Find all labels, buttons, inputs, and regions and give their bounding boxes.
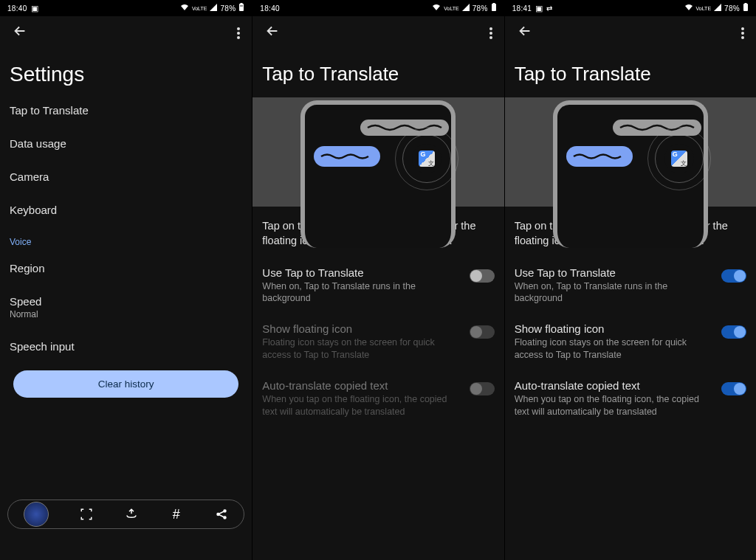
setting-title: Show floating icon (515, 322, 714, 335)
setting-sub: Floating icon stays on the screen for qu… (515, 336, 714, 362)
speed-value: Normal (10, 309, 242, 319)
network-label: VoLTE (696, 6, 712, 11)
toggle-use[interactable] (721, 269, 746, 283)
network-label: VoLTE (192, 6, 207, 11)
google-translate-icon (671, 151, 687, 167)
battery-percent: 78% (472, 4, 488, 13)
svg-rect-9 (743, 4, 748, 11)
battery-percent: 78% (220, 4, 236, 13)
app-bar (0, 16, 252, 49)
setting-sub: When you tap on the floating icon, the c… (262, 393, 461, 418)
status-time: 18:41 (512, 4, 532, 13)
panel-settings: 18:40 ▣ VoLTE 78% Settings Tap to Transl… (0, 0, 252, 560)
battery-icon (491, 3, 497, 13)
hashtag-icon[interactable]: # (169, 507, 184, 522)
status-bar: 18:40 VoLTE 78% (252, 0, 504, 16)
svg-rect-1 (241, 3, 243, 4)
svg-rect-3 (240, 7, 243, 11)
status-bar: 18:40 ▣ VoLTE 78% (0, 0, 252, 16)
more-menu-button[interactable] (741, 27, 744, 39)
signal-icon (462, 4, 470, 13)
translate-status-icon: ⇄ (546, 4, 552, 13)
toggle-show[interactable] (721, 325, 746, 339)
crop-icon[interactable] (79, 507, 94, 522)
signal-icon (210, 4, 217, 13)
status-time: 18:40 (7, 4, 27, 13)
setting-title: Auto-translate copied text (515, 379, 714, 392)
app-bar (252, 16, 504, 49)
status-time: 18:40 (260, 4, 280, 13)
svg-point-5 (224, 510, 226, 512)
section-voice: Voice (0, 227, 252, 252)
hero-illustration (505, 97, 756, 207)
wifi-icon (684, 4, 693, 13)
setting-sub: When you tap on the floating icon, the c… (515, 393, 714, 418)
panel-tap-translate-on: 18:41 ▣ ⇄ VoLTE 78% Tap to Translate (504, 0, 756, 560)
back-button[interactable] (12, 23, 28, 43)
page-title: Tap to Translate (252, 49, 504, 97)
chat-bubble-blue (566, 146, 633, 167)
setting-show-floating-icon: Show floating icon Floating icon stays o… (252, 314, 504, 370)
speed-label: Speed (10, 295, 242, 308)
setting-sub: When on, Tap to Translate runs in the ba… (262, 280, 461, 305)
setting-title: Use Tap to Translate (262, 266, 461, 279)
edit-icon[interactable] (124, 507, 139, 522)
item-region[interactable]: Region (0, 252, 252, 285)
setting-title: Show floating icon (262, 322, 461, 335)
wifi-icon (180, 4, 189, 13)
floating-translate-icon (395, 127, 458, 190)
signal-icon (714, 4, 721, 13)
item-speed[interactable]: Speed Normal (0, 285, 252, 330)
svg-rect-10 (744, 3, 746, 4)
setting-use-tap-to-translate[interactable]: Use Tap to Translate When on, Tap to Tra… (505, 257, 756, 314)
wifi-icon (432, 4, 441, 13)
item-speech-input[interactable]: Speech input (0, 330, 252, 363)
setting-title: Use Tap to Translate (515, 266, 714, 279)
setting-sub: Floating icon stays on the screen for qu… (262, 336, 461, 362)
more-menu-button[interactable] (237, 27, 240, 39)
battery-icon (238, 3, 244, 13)
toggle-use[interactable] (470, 269, 495, 283)
network-label: VoLTE (444, 6, 459, 11)
item-camera[interactable]: Camera (0, 160, 252, 193)
page-title: Settings (0, 49, 252, 94)
chat-bubble-blue (314, 146, 380, 167)
floating-translate-icon (647, 127, 711, 190)
image-icon: ▣ (535, 4, 543, 13)
setting-auto-translate[interactable]: Auto-translate copied text When you tap … (505, 370, 756, 427)
clear-history-button[interactable]: Clear history (13, 370, 238, 398)
more-menu-button[interactable] (489, 27, 492, 39)
svg-rect-7 (492, 4, 496, 11)
app-bar (505, 16, 756, 49)
setting-title: Auto-translate copied text (262, 379, 461, 392)
image-icon: ▣ (31, 4, 38, 13)
item-keyboard[interactable]: Keyboard (0, 193, 252, 227)
setting-auto-translate: Auto-translate copied text When you tap … (252, 370, 504, 427)
svg-point-4 (217, 514, 219, 516)
battery-icon (743, 3, 749, 13)
setting-use-tap-to-translate[interactable]: Use Tap to Translate When on, Tap to Tra… (252, 257, 504, 314)
phone-mock (553, 100, 708, 248)
page-title: Tap to Translate (505, 49, 756, 97)
panel-tap-translate-off: 18:40 VoLTE 78% Tap to Translate (252, 0, 504, 560)
back-button[interactable] (264, 23, 281, 43)
item-data-usage[interactable]: Data usage (0, 127, 252, 160)
status-bar: 18:41 ▣ ⇄ VoLTE 78% (505, 0, 756, 16)
svg-point-6 (224, 516, 226, 519)
screenshot-thumb[interactable] (24, 502, 49, 527)
back-button[interactable] (517, 23, 533, 43)
toggle-show (470, 325, 495, 339)
setting-sub: When on, Tap to Translate runs in the ba… (515, 280, 714, 305)
hero-illustration (252, 97, 504, 207)
google-translate-icon (419, 151, 435, 167)
setting-show-floating-icon[interactable]: Show floating icon Floating icon stays o… (505, 314, 756, 370)
battery-percent: 78% (724, 4, 740, 13)
share-icon[interactable] (214, 507, 229, 522)
phone-mock (300, 100, 456, 248)
toggle-auto (470, 382, 495, 395)
item-tap-to-translate[interactable]: Tap to Translate (0, 94, 252, 127)
screenshot-toolbar: # (7, 499, 244, 529)
svg-rect-8 (492, 3, 495, 4)
toggle-auto[interactable] (721, 382, 746, 395)
